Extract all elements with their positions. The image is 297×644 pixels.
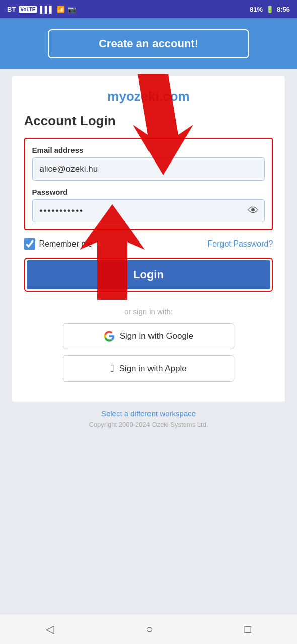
email-input[interactable]: [32, 157, 265, 181]
sign-in-apple-button[interactable]:  Sign in with Apple: [63, 355, 234, 382]
remember-left: Remember me: [24, 238, 93, 250]
copyright-text: Copyright 2000-2024 Ozeki Systems Ltd.: [89, 421, 208, 428]
time-label: 8:56: [277, 6, 290, 13]
forgot-password-link[interactable]: Forgot Password?: [208, 239, 273, 249]
wifi-icon: 📶: [57, 6, 65, 13]
password-wrapper: 👁: [32, 199, 265, 222]
apple-icon: : [110, 363, 114, 374]
password-toggle-icon[interactable]: 👁: [248, 204, 259, 217]
home-nav-button[interactable]: ○: [146, 623, 153, 636]
sign-in-google-button[interactable]: Sign in with Google: [63, 323, 234, 349]
status-right: 81% 🔋 8:56: [250, 6, 290, 13]
status-bar: BT VoLTE ▌▌▌ 📶 📷 81% 🔋 8:56: [0, 0, 297, 18]
divider: [24, 300, 273, 300]
google-icon: [104, 331, 115, 342]
form-fields-box: Email address Password 👁: [24, 138, 273, 230]
carrier-label: BT: [7, 6, 16, 13]
select-workspace-link[interactable]: Select a different workspace: [101, 409, 196, 418]
nav-bar: ◁ ○ □: [0, 614, 297, 644]
status-left: BT VoLTE ▌▌▌ 📶 📷: [7, 6, 76, 13]
battery-icon: 🔋: [266, 6, 274, 13]
remember-me-label: Remember me: [39, 239, 93, 249]
signal-icon: ▌▌▌: [40, 6, 54, 13]
email-label: Email address: [32, 146, 265, 154]
or-sign-in-text: or sign in with:: [24, 307, 273, 316]
back-nav-button[interactable]: ◁: [46, 623, 54, 636]
remember-me-checkbox[interactable]: [24, 238, 35, 250]
battery-label: 81%: [250, 6, 263, 13]
video-icon: 📷: [68, 6, 76, 13]
sign-in-google-label: Sign in with Google: [120, 331, 193, 341]
login-button-wrapper: Login: [24, 258, 273, 292]
create-account-banner: Create an account!: [0, 18, 297, 69]
main-content: Create an account! myozeki.com Account L…: [0, 18, 297, 614]
sign-in-apple-label: Sign in with Apple: [119, 364, 187, 374]
recent-nav-button[interactable]: □: [245, 623, 251, 636]
password-input[interactable]: [32, 199, 265, 222]
carrier-type: VoLTE: [19, 6, 37, 13]
account-login-title: Account Login: [24, 113, 273, 129]
site-title: myozeki.com: [24, 89, 273, 104]
password-label: Password: [32, 188, 265, 196]
create-account-button[interactable]: Create an account!: [48, 29, 249, 58]
login-card: myozeki.com Account Login Email address …: [12, 76, 285, 402]
remember-row: Remember me Forgot Password?: [24, 238, 273, 250]
login-button[interactable]: Login: [27, 260, 271, 289]
